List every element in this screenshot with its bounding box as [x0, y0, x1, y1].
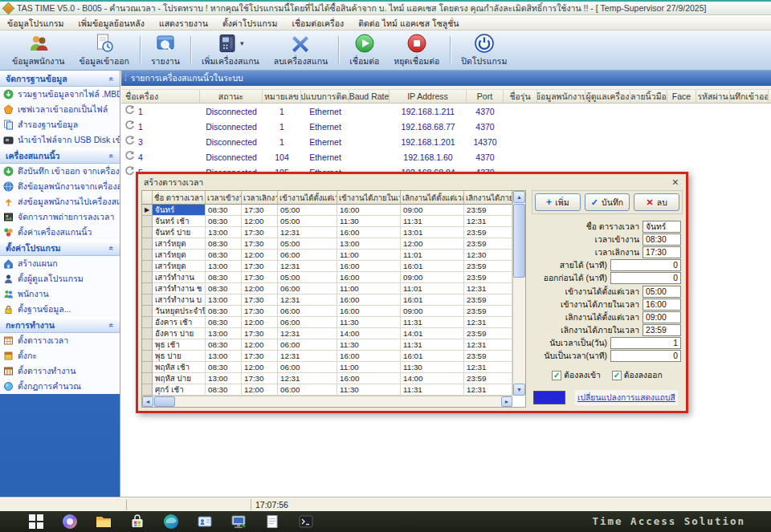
- timetable-cell[interactable]: 06:00: [278, 339, 337, 351]
- explorer-icon[interactable]: [95, 513, 112, 530]
- timetable-cell[interactable]: 08:30: [206, 272, 242, 283]
- checkbox-check-icon[interactable]: ✓: [612, 371, 622, 380]
- timetable-cell[interactable]: 23:59: [464, 227, 512, 238]
- sidebar-item[interactable]: รวมฐานข้อมูลจากไฟล์ .MBD: [0, 87, 120, 102]
- timetable-row[interactable]: พฤหัส เช้า08:3012:0006:0011:0011:3012:31: [142, 362, 512, 373]
- timetable-cell[interactable]: 08:30: [206, 339, 242, 351]
- sidebar-item[interactable]: ดึงข้อมูลพนักงานจากเครื่องสแกน: [0, 179, 120, 194]
- timetable-cell[interactable]: 12:31: [278, 328, 337, 339]
- timetable-cell[interactable]: 16:00: [337, 227, 401, 238]
- save-button[interactable]: ✓ บันทึก: [585, 193, 630, 211]
- timetable-cell[interactable]: 05:00: [278, 238, 337, 250]
- device-row[interactable]: 4Disconnected104Ethernet192.168.1.604370: [121, 149, 771, 164]
- timetable-cell[interactable]: 06:00: [278, 362, 337, 373]
- form-field-input[interactable]: 09:00: [642, 311, 681, 323]
- menu-item[interactable]: เพิ่มข้อมูลย้อนหลัง: [71, 17, 151, 30]
- checkbox[interactable]: ✓ต้องลงออก: [612, 368, 663, 382]
- timetable-cell[interactable]: 13:00: [206, 227, 242, 238]
- device-column-header[interactable]: ชื่อรุ่น: [504, 90, 537, 103]
- timetable-cell[interactable]: 11:31: [401, 216, 464, 227]
- form-field-input[interactable]: 0: [610, 259, 681, 271]
- timetable-row[interactable]: อังคาร เช้า08:3012:0006:0011:3011:3112:3…: [142, 317, 512, 328]
- timetable-cell[interactable]: 17:30: [242, 294, 278, 306]
- sidebar-item[interactable]: ดึงบันทึก เข้าออก จากเครื่องสแกน: [0, 164, 120, 179]
- row-selector[interactable]: [142, 227, 153, 238]
- sidebar-section-header[interactable]: กะการทำงาน«: [0, 317, 120, 333]
- row-selector[interactable]: [142, 216, 153, 227]
- toolbar-button-report[interactable]: รายงาน: [144, 32, 187, 68]
- timetable-cell[interactable]: 16:00: [337, 261, 401, 272]
- timetable-cell[interactable]: 08:30: [206, 238, 242, 250]
- remote-desktop-icon[interactable]: [230, 513, 247, 530]
- color-swatch[interactable]: [533, 391, 565, 404]
- row-selector[interactable]: [142, 306, 153, 317]
- menu-item[interactable]: ติดต่อ ไทม์ แอคเซส โซลูชั่น: [351, 17, 466, 30]
- toolbar-button-employees[interactable]: ข้อมูลพนักงาน: [5, 32, 72, 68]
- timetable-cell[interactable]: 12:00: [242, 339, 278, 351]
- edge-icon[interactable]: [162, 513, 180, 530]
- row-selector[interactable]: [142, 294, 153, 306]
- menu-item[interactable]: ตั้งค่าโปรแกรม: [215, 17, 285, 30]
- chevron-up-icon[interactable]: «: [108, 76, 116, 81]
- sidebar-item[interactable]: ตั้งตารางเวลา: [0, 333, 120, 348]
- timetable-cell[interactable]: เสาร์ทำงาน บ: [153, 294, 206, 306]
- form-field-input[interactable]: 0: [610, 272, 681, 284]
- timetable-cell[interactable]: 09:00: [401, 205, 464, 216]
- menu-item[interactable]: ข้อมูลโปรแกรม: [0, 17, 71, 30]
- form-field-input[interactable]: 23:59: [642, 324, 681, 336]
- timetable-cell[interactable]: พุธ บ่าย: [153, 351, 206, 362]
- timetable-cell[interactable]: 11:31: [401, 384, 464, 396]
- sidebar-item[interactable]: เซฟเวลาเข้าออกเป็นไฟล์: [0, 102, 120, 117]
- sidebar-section-header[interactable]: เครื่องสแกนนิ้ว«: [0, 148, 120, 164]
- row-selector[interactable]: [142, 250, 153, 261]
- sidebar-item[interactable]: จัดการภาพถ่ายการลงเวลา: [0, 209, 120, 225]
- timetable-cell[interactable]: 17:30: [242, 328, 278, 339]
- terminal-icon[interactable]: [297, 513, 315, 530]
- row-selector[interactable]: [142, 283, 153, 294]
- timetable-cell[interactable]: 11:01: [401, 283, 464, 294]
- timetable-column-header[interactable]: เข้างานได้ภายในเวลา: [337, 191, 401, 205]
- timetable-cell[interactable]: อังคาร บ่าย: [153, 328, 206, 339]
- timetable-cell[interactable]: 05:00: [278, 272, 337, 283]
- timetable-cell[interactable]: 08:30: [206, 283, 242, 294]
- sidebar-section-header[interactable]: ตั้งค่าโปรแกรม«: [0, 240, 120, 256]
- row-selector[interactable]: [142, 362, 153, 373]
- timetable-cell[interactable]: 12:00: [242, 216, 278, 227]
- timetable-cell[interactable]: 11:30: [337, 216, 401, 227]
- notepad-icon[interactable]: [263, 513, 281, 530]
- timetable-row[interactable]: เสาร์หยุด08:3017:3005:0013:0012:0023:59: [142, 238, 512, 250]
- timetable-cell[interactable]: 16:00: [337, 205, 401, 216]
- timetable-cell[interactable]: เสาร์หยุด: [153, 261, 206, 272]
- sidebar-item[interactable]: สำรองฐานข้อมูล: [0, 117, 120, 132]
- timetable-cell[interactable]: 11:00: [337, 283, 401, 294]
- chevron-up-icon[interactable]: «: [108, 323, 116, 327]
- toolbar-button-add-scanner[interactable]: ▾เพิ่มเครื่องสแกน: [194, 32, 267, 68]
- timetable-cell[interactable]: 06:00: [278, 283, 337, 294]
- timetable-cell[interactable]: เสาร์ทำงาน ช: [153, 283, 206, 294]
- timetable-cell[interactable]: 09:00: [401, 306, 464, 317]
- timetable-row[interactable]: พุธ เช้า08:3012:0006:0011:3011:3112:31: [142, 339, 512, 351]
- timetable-cell[interactable]: 16:00: [337, 272, 401, 283]
- close-icon[interactable]: ×: [671, 177, 680, 187]
- timetable-cell[interactable]: 13:00: [206, 373, 242, 384]
- sidebar-item[interactable]: ตั้งค่าเครื่องสแกนนิ้ว: [0, 225, 120, 240]
- chevron-up-icon[interactable]: «: [108, 246, 116, 250]
- timetable-cell[interactable]: 05:00: [278, 216, 337, 227]
- delete-button[interactable]: ✕ ลบ: [634, 193, 679, 211]
- timetable-cell[interactable]: 14:00: [401, 373, 464, 384]
- timetable-cell[interactable]: 08:30: [206, 216, 242, 227]
- device-column-header[interactable]: รูปแบบการติด...: [301, 90, 349, 103]
- row-selector[interactable]: [142, 384, 153, 396]
- device-column-header[interactable]: Face: [667, 90, 696, 103]
- timetable-row[interactable]: วันหยุดประจำปี08:3017:3006:0016:0009:002…: [142, 306, 512, 317]
- timetable-cell[interactable]: 08:30: [206, 362, 242, 373]
- row-selector[interactable]: [142, 238, 153, 250]
- timetable-cell[interactable]: 12:00: [242, 283, 278, 294]
- change-color-link[interactable]: เปลี่ยนแปลงการแสดงแถบสี: [575, 390, 678, 405]
- timetable-cell[interactable]: 16:01: [401, 351, 464, 362]
- timetable-cell[interactable]: 11:31: [401, 317, 464, 328]
- chevron-down-icon[interactable]: ▾: [240, 39, 244, 47]
- vertical-scroll-thumb[interactable]: [513, 204, 525, 278]
- timetable-cell[interactable]: 16:00: [337, 351, 401, 362]
- timetable-cell[interactable]: เสาร์หยุด: [153, 250, 206, 261]
